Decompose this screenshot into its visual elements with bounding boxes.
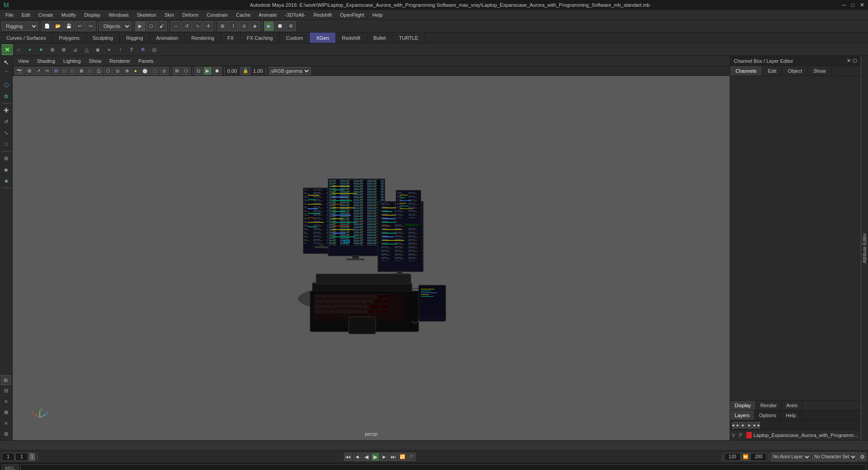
universal-manip-btn[interactable]: ✛ — [203, 21, 213, 31]
vt-btn1[interactable]: ↗ — [34, 67, 42, 75]
vt-btn15[interactable]: ◎ — [160, 67, 169, 75]
xgen-tool13-icon[interactable]: ◎ — [149, 44, 160, 55]
menu-help[interactable]: Help — [369, 11, 387, 19]
save-scene-btn[interactable]: 💾 — [64, 21, 74, 31]
tab-redshift[interactable]: Redshift — [336, 33, 367, 43]
rp-close-icon[interactable]: ✕ — [847, 58, 851, 64]
frame-start-input[interactable] — [2, 453, 14, 461]
lt-rotate-icon[interactable]: ↺ — [1, 116, 12, 127]
lt-box-icon[interactable]: □ — [1, 139, 12, 150]
maximize-icon[interactable]: □ — [851, 2, 854, 8]
vt-btn4[interactable]: □ — [61, 67, 68, 75]
vt-btn8[interactable]: ◫ — [94, 67, 103, 75]
vt-btn9[interactable]: ⬡ — [104, 67, 113, 75]
vt-btn11[interactable]: ⊕ — [123, 67, 131, 75]
tab-sculpting[interactable]: Sculpting — [86, 33, 120, 43]
timeline[interactable] — [0, 440, 868, 450]
xgen-select-icon[interactable]: ✕ — [2, 44, 13, 55]
xgen-tool10-icon[interactable]: ↑ — [115, 44, 126, 55]
vt-isolate-icon[interactable]: ⊞ — [173, 67, 181, 75]
lt-rig-icon[interactable]: ⊕ — [1, 175, 12, 186]
snap-grid-btn[interactable]: ⊞ — [217, 21, 227, 31]
open-scene-btn[interactable]: 📂 — [53, 21, 63, 31]
menu-create[interactable]: Create — [35, 11, 57, 19]
vt-btn12[interactable]: ● — [132, 67, 139, 75]
tab-fx-caching[interactable]: FX Caching — [241, 33, 279, 43]
rp-layer-tab-layers[interactable]: Layers — [730, 410, 755, 420]
vt-render-region-icon[interactable]: ⊡ — [194, 67, 203, 75]
xgen-circle-icon[interactable]: ○ — [13, 44, 24, 55]
step-back-btn[interactable]: ◄ — [353, 453, 361, 461]
xgen-tool8-icon[interactable]: ▣ — [92, 44, 103, 55]
new-scene-btn[interactable]: 📄 — [42, 21, 52, 31]
lt-cursor-icon[interactable]: ✚ — [1, 105, 12, 116]
rp-tab-edit[interactable]: Edit — [762, 66, 782, 75]
translate-btn[interactable]: ↔ — [171, 21, 181, 31]
xgen-tool6-icon[interactable]: ⊿ — [70, 44, 80, 55]
menu-openflight[interactable]: OpenFlight — [336, 11, 368, 19]
vt-grid-icon[interactable]: ⊞ — [25, 67, 33, 75]
go-to-end-btn[interactable]: ⏭ — [389, 453, 397, 461]
anim-layer-selector[interactable]: No Anim Layer — [771, 452, 811, 461]
step-forward-btn[interactable]: ► — [380, 453, 388, 461]
lt-sculpt-icon[interactable]: ✿ — [1, 91, 12, 102]
menu-constrain[interactable]: Constrain — [203, 11, 231, 19]
vp-menu-show[interactable]: Show — [85, 58, 105, 64]
menu-modify[interactable]: Modify — [58, 11, 80, 19]
xgen-tool12-icon[interactable]: ⟰ — [137, 44, 148, 55]
vt-btn14[interactable]: ◌ — [151, 67, 159, 75]
xgen-tool5-icon[interactable]: ⊗ — [58, 44, 69, 55]
snap-curve-btn[interactable]: ⌇ — [228, 21, 238, 31]
menu-cache[interactable]: Cache — [232, 11, 254, 19]
vt-btn7[interactable]: □ — [86, 67, 94, 75]
menu-3dtoall[interactable]: -3DToAll- — [281, 11, 309, 19]
tab-turtle[interactable]: TURTLE — [392, 33, 425, 43]
play-forward-btn[interactable]: ▶ — [371, 453, 379, 461]
play-looping-btn[interactable]: 🔁 — [398, 453, 406, 461]
lt-bottom-icon2[interactable]: ⊟ — [1, 385, 12, 396]
play-back-btn[interactable]: ◀ — [362, 453, 370, 461]
mel-input[interactable] — [20, 464, 866, 470]
mode-selector[interactable]: Rigging — [2, 22, 38, 31]
lt-bottom-icon3[interactable]: ≡ — [1, 396, 12, 407]
layer-row[interactable]: V P Laptop_Expanscase_Aurora_with_Progra… — [730, 430, 861, 440]
scale-btn[interactable]: ⤡ — [193, 21, 203, 31]
xgen-dot-icon[interactable]: ● — [24, 44, 35, 55]
vt-select-icon[interactable]: ⬡ — [182, 67, 190, 75]
snap-point-btn[interactable]: ⊙ — [239, 21, 249, 31]
paint-sel-btn[interactable]: 🖌 — [157, 21, 167, 31]
select-tool-btn[interactable]: ▶ — [135, 21, 145, 31]
lt-bottom-grid-icon[interactable]: ⊞ — [1, 375, 11, 385]
anim-end-input[interactable] — [750, 453, 767, 461]
vt-btn5[interactable]: □ — [69, 67, 76, 75]
vt-btn10[interactable]: ◎ — [113, 67, 122, 75]
attribute-editor-tab[interactable]: Attribute Editor — [861, 56, 868, 440]
auto-key-btn[interactable]: ⏱ — [407, 453, 415, 461]
tab-rigging[interactable]: Rigging — [120, 33, 150, 43]
lasso-tool-btn[interactable]: ⬡ — [146, 21, 156, 31]
timeline-ruler[interactable] — [0, 441, 868, 450]
vp-menu-shading[interactable]: Shading — [33, 58, 59, 64]
lt-bottom-icon5[interactable]: ≡ — [1, 418, 12, 428]
vt-camera-icon[interactable]: 📷 — [14, 67, 24, 75]
vt-lock-icon[interactable]: 🔒 — [241, 67, 250, 75]
vt-stop-icon[interactable]: ⏹ — [212, 67, 222, 75]
vp-menu-lighting[interactable]: Lighting — [60, 58, 85, 64]
vt-btn6[interactable]: ⊠ — [77, 67, 85, 75]
xgen-tool7-icon[interactable]: △ — [81, 44, 92, 55]
rp-sub-tab-anim[interactable]: Anim — [782, 401, 802, 410]
lt-select-icon[interactable]: ↖ — [1, 57, 12, 68]
menu-display[interactable]: Display — [80, 11, 104, 19]
layer-nav-next[interactable]: ► — [746, 422, 753, 428]
vt-btn13[interactable]: ⬤ — [140, 67, 150, 75]
layer-nav-first[interactable]: ◄◄ — [732, 422, 738, 428]
undo-btn[interactable]: ↩ — [75, 21, 85, 31]
layer-nav-last[interactable]: ►► — [754, 422, 760, 428]
lt-joint-icon[interactable]: ◉ — [1, 164, 12, 175]
lt-lasso-icon[interactable]: ⌒ — [1, 68, 12, 79]
menu-windows[interactable]: Windows — [105, 11, 132, 19]
rp-sub-tab-display[interactable]: Display — [730, 401, 756, 410]
minimize-icon[interactable]: ─ — [842, 2, 846, 8]
tab-curves-surfaces[interactable]: Curves / Surfaces — [0, 33, 52, 43]
menu-file[interactable]: File — [2, 11, 17, 19]
